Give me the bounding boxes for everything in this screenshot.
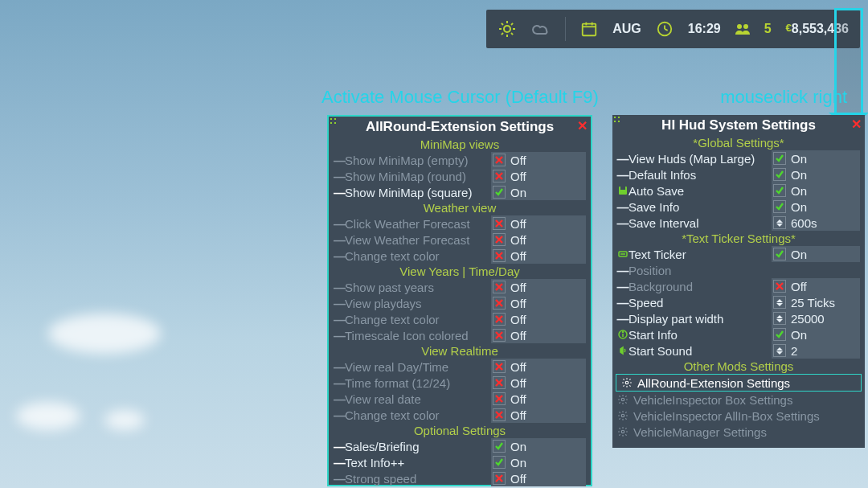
value-cell[interactable]: Off — [491, 215, 586, 232]
cross-icon[interactable] — [493, 217, 506, 230]
check-icon[interactable] — [773, 248, 786, 260]
close-icon[interactable]: ✕ — [577, 118, 588, 133]
cross-icon[interactable] — [493, 376, 506, 389]
setting-label: Speed — [628, 296, 772, 310]
cross-icon[interactable] — [493, 170, 506, 182]
value-cell[interactable]: On — [772, 166, 860, 182]
mod-link-active-frame[interactable]: AllRound-Extension Settings — [616, 374, 862, 392]
setting-label: Auto Save — [628, 184, 772, 198]
setting-row: —Strong speedOff — [329, 470, 591, 486]
mod-link[interactable]: AllRound-Extension Settings — [616, 375, 861, 391]
check-icon[interactable] — [773, 200, 786, 213]
mod-link[interactable]: VehicleInspector AllIn-Box Settings — [612, 408, 865, 424]
value-cell[interactable]: Off — [491, 279, 586, 295]
allround-settings-panel[interactable]: ✕ AllRound-Extension Settings MiniMap vi… — [327, 115, 592, 486]
value-cell[interactable]: Off — [491, 311, 586, 327]
mod-link[interactable]: VehicleManager Settings — [612, 424, 865, 440]
setting-row: —Change text colorOff — [329, 311, 591, 327]
spinner-icon[interactable] — [773, 216, 786, 229]
value-cell[interactable]: Off — [491, 375, 586, 391]
setting-row: —View Weather ForecastOff — [329, 232, 591, 248]
value-cell[interactable]: On — [772, 182, 860, 199]
spinner-icon[interactable] — [773, 296, 786, 309]
cross-icon[interactable] — [493, 329, 506, 342]
check-icon[interactable] — [493, 186, 506, 199]
value-cell[interactable]: Off — [491, 168, 586, 184]
cross-icon[interactable] — [493, 408, 506, 421]
value-cell[interactable]: On — [772, 199, 860, 215]
setting-row: —Sales/BriefingOn — [329, 438, 591, 454]
cross-icon[interactable] — [493, 297, 506, 310]
value-cell[interactable]: Off — [491, 391, 586, 407]
setting-label: Background — [628, 280, 772, 293]
drag-handle-icon[interactable] — [614, 117, 622, 125]
value-cell[interactable]: 25000 — [772, 310, 860, 326]
check-icon[interactable] — [493, 456, 506, 469]
cross-icon[interactable] — [493, 360, 506, 373]
value-cell[interactable]: 2 — [772, 342, 860, 359]
setting-label: Strong speed — [345, 472, 491, 486]
check-icon[interactable] — [493, 440, 506, 453]
workers-count: 5 — [764, 22, 772, 36]
separator — [565, 17, 566, 41]
spinner-icon[interactable] — [773, 312, 786, 325]
bullet-icon: — — [334, 440, 345, 453]
setting-label: Click Weather Forecast — [345, 217, 491, 231]
value-cell[interactable]: Off — [491, 407, 586, 423]
svg-rect-9 — [583, 24, 596, 36]
cross-icon[interactable] — [493, 472, 506, 485]
svg-point-19 — [737, 24, 742, 29]
hud-system-settings-panel[interactable]: ✕ HI Hud System Settings *Global Setting… — [612, 115, 865, 448]
cross-icon[interactable] — [493, 313, 506, 326]
setting-row: —Text Info++On — [329, 454, 591, 470]
value-cell[interactable]: Off — [772, 278, 860, 294]
svg-point-29 — [621, 398, 624, 401]
value-cell[interactable]: On — [491, 438, 586, 454]
value-cell[interactable]: Off — [491, 470, 586, 486]
spinner-icon[interactable] — [773, 344, 786, 357]
value-cell[interactable]: 600s — [772, 215, 860, 231]
month-label: AUG — [612, 22, 641, 36]
value-cell[interactable]: Off — [491, 232, 586, 248]
cross-icon[interactable] — [493, 154, 506, 166]
check-icon[interactable] — [773, 168, 786, 181]
setting-row: Auto SaveOn — [612, 182, 865, 199]
value-cell[interactable]: Off — [491, 327, 586, 343]
check-icon[interactable] — [773, 328, 786, 341]
value-cell[interactable]: On — [491, 184, 586, 200]
cross-icon[interactable] — [773, 280, 786, 293]
value-cell[interactable]: Off — [491, 295, 586, 311]
value-cell[interactable]: On — [772, 246, 860, 262]
section-header: MiniMap views — [329, 137, 591, 152]
drag-handle-icon[interactable] — [330, 118, 338, 126]
cross-icon[interactable] — [493, 249, 506, 262]
section-header: Optional Settings — [329, 423, 591, 438]
setting-label: Default Infos — [628, 168, 772, 182]
bullet-icon: — — [334, 170, 345, 183]
setting-value: Off — [510, 233, 526, 247]
mod-link[interactable]: VehicleInspector Box Settings — [612, 392, 865, 408]
close-icon[interactable]: ✕ — [851, 117, 862, 132]
value-cell[interactable]: Off — [491, 152, 586, 168]
svg-point-27 — [623, 332, 624, 333]
value-cell[interactable]: On — [772, 326, 860, 342]
section-header: Weather view — [329, 200, 591, 215]
bullet-icon: — — [334, 472, 345, 486]
cloud-decor — [104, 410, 145, 430]
cross-icon[interactable] — [493, 392, 506, 405]
mod-link-label: VehicleInspector Box Settings — [633, 393, 792, 407]
value-cell[interactable]: On — [491, 454, 586, 470]
setting-label: Sales/Briefing — [345, 440, 491, 453]
cross-icon[interactable] — [493, 233, 506, 246]
setting-row: Text TickerOn — [612, 246, 865, 262]
check-icon[interactable] — [773, 184, 786, 197]
value-cell[interactable]: 25 Ticks — [772, 294, 860, 310]
value-cell[interactable]: Off — [491, 359, 586, 375]
setting-label: Position — [628, 264, 860, 277]
setting-value: 25 Ticks — [791, 296, 835, 310]
cross-icon[interactable] — [493, 281, 506, 293]
setting-label: Show MiniMap (square) — [345, 186, 491, 199]
value-cell[interactable]: Off — [491, 248, 586, 264]
value-cell[interactable]: On — [772, 150, 860, 166]
check-icon[interactable] — [773, 152, 786, 165]
